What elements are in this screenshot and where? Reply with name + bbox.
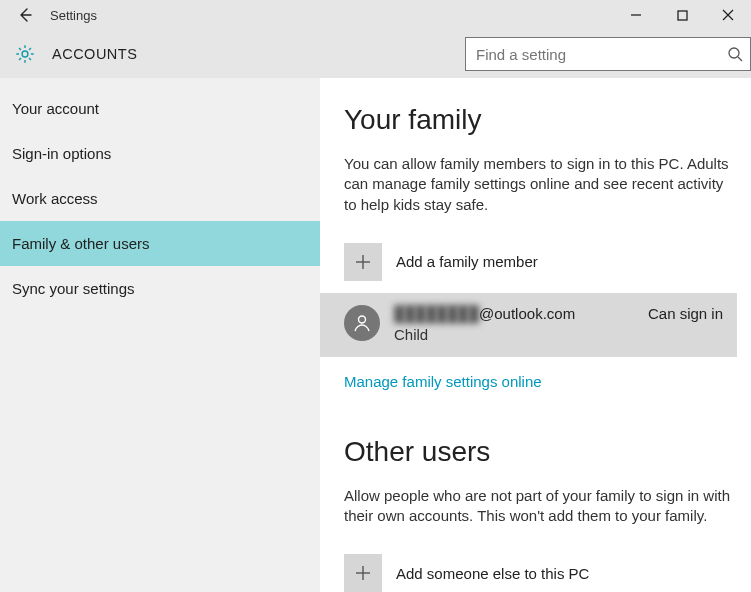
svg-point-5: [729, 48, 739, 58]
manage-family-settings-link[interactable]: Manage family settings online: [344, 373, 542, 390]
sidebar: Your account Sign-in options Work access…: [0, 78, 320, 592]
family-member-row[interactable]: ████████@outlook.com Child Can sign in: [320, 293, 737, 357]
person-icon: [352, 313, 372, 333]
section-title: ACCOUNTS: [40, 46, 137, 62]
back-button[interactable]: [10, 0, 40, 30]
svg-point-9: [359, 316, 366, 323]
settings-gear: [10, 39, 40, 69]
maximize-button[interactable]: [659, 0, 705, 30]
family-heading: Your family: [344, 104, 737, 136]
sidebar-item-label: Your account: [12, 100, 99, 117]
title-bar: Settings: [0, 0, 751, 30]
maximize-icon: [677, 10, 688, 21]
sidebar-item-your-account[interactable]: Your account: [0, 86, 320, 131]
minimize-icon: [630, 9, 642, 21]
sidebar-item-label: Family & other users: [12, 235, 150, 252]
sidebar-item-label: Sign-in options: [12, 145, 111, 162]
minimize-button[interactable]: [613, 0, 659, 30]
close-button[interactable]: [705, 0, 751, 30]
svg-rect-1: [678, 11, 687, 20]
sidebar-item-work-access[interactable]: Work access: [0, 176, 320, 221]
header-row: ACCOUNTS: [0, 30, 751, 78]
family-member-status: Can sign in: [648, 305, 723, 322]
family-description: You can allow family members to sign in …: [344, 154, 737, 215]
plus-icon: [354, 564, 372, 582]
gear-icon: [14, 43, 36, 65]
family-member-email-suffix: @outlook.com: [479, 305, 575, 322]
close-icon: [722, 9, 734, 21]
sidebar-item-label: Work access: [12, 190, 98, 207]
plus-box: [344, 554, 382, 592]
add-family-member-button[interactable]: Add a family member: [344, 243, 737, 281]
add-family-member-label: Add a family member: [396, 253, 538, 270]
avatar: [344, 305, 380, 341]
family-member-role: Child: [394, 326, 634, 343]
family-member-info: ████████@outlook.com Child: [394, 305, 634, 343]
svg-point-4: [22, 51, 28, 57]
search-icon: [727, 46, 743, 62]
sidebar-item-sync-your-settings[interactable]: Sync your settings: [0, 266, 320, 311]
sidebar-item-label: Sync your settings: [12, 280, 135, 297]
content-pane: Your family You can allow family members…: [320, 78, 751, 592]
search-box[interactable]: [465, 37, 751, 71]
search-input[interactable]: [466, 42, 720, 67]
add-other-user-label: Add someone else to this PC: [396, 565, 589, 582]
add-other-user-button[interactable]: Add someone else to this PC: [344, 554, 737, 592]
other-users-description: Allow people who are not part of your fa…: [344, 486, 737, 527]
other-users-heading: Other users: [344, 436, 737, 468]
sidebar-item-family-other-users[interactable]: Family & other users: [0, 221, 320, 266]
family-member-email-obscured: ████████: [394, 305, 479, 322]
plus-box: [344, 243, 382, 281]
plus-icon: [354, 253, 372, 271]
back-icon: [17, 7, 33, 23]
window-title: Settings: [40, 8, 97, 23]
search-icon-wrap[interactable]: [720, 46, 750, 62]
sidebar-item-sign-in-options[interactable]: Sign-in options: [0, 131, 320, 176]
svg-line-6: [738, 57, 742, 61]
family-member-email: ████████@outlook.com: [394, 305, 634, 322]
